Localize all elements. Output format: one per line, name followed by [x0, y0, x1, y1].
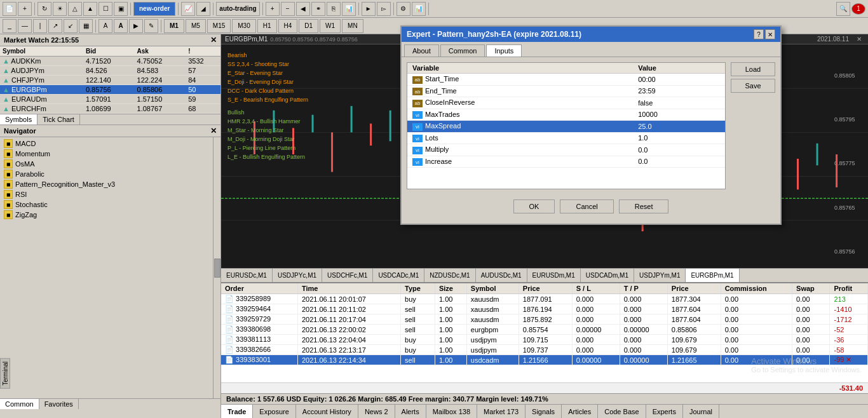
- load-btn[interactable]: Load: [731, 62, 775, 76]
- search-btn[interactable]: 🔍: [836, 2, 850, 16]
- text-btn[interactable]: A: [98, 19, 112, 33]
- zoom-in-btn[interactable]: +: [266, 2, 280, 16]
- bottom-tab[interactable]: Signals: [526, 405, 562, 418]
- crosshair-btn[interactable]: ⚭: [311, 2, 325, 16]
- fib-btn[interactable]: ▦: [79, 19, 93, 33]
- indicators-btn[interactable]: 📊: [342, 2, 356, 16]
- market-watch-close[interactable]: ✕: [210, 36, 217, 44]
- market-watch-row[interactable]: ▲ EURGBPm 0.85756 0.85806 50: [0, 85, 220, 95]
- bottom-tab[interactable]: Account History: [296, 405, 358, 418]
- toolbar-btn4[interactable]: △: [68, 2, 82, 16]
- navigator-item[interactable]: ◼Stochastic: [1, 199, 212, 210]
- trend-btn[interactable]: ↗: [48, 19, 62, 33]
- navigator-close[interactable]: ✕: [210, 126, 217, 135]
- scroll-btn[interactable]: ◀: [296, 2, 310, 16]
- order-row[interactable]: 📄 339259464 2021.06.11 20:11:02 sell 1.0…: [221, 304, 868, 314]
- bottom-tab[interactable]: Market 173: [477, 405, 526, 418]
- order-row[interactable]: 📄 339259729 2021.06.11 20:17:04 sell 1.0…: [221, 314, 868, 325]
- chart-tab[interactable]: NZDUSDc,M1: [424, 269, 475, 282]
- h1-btn[interactable]: H1: [257, 19, 277, 33]
- market-watch-toggle[interactable]: 📊: [412, 2, 426, 16]
- navigator-item[interactable]: ◼Parabolic: [1, 169, 212, 179]
- chart-tab[interactable]: USDCADm,M1: [581, 269, 634, 282]
- chart-btn1[interactable]: 📈: [181, 2, 195, 16]
- chart-close-btn[interactable]: ✕: [857, 36, 862, 43]
- bottom-tab[interactable]: News 2: [358, 405, 395, 418]
- vline-btn[interactable]: |: [33, 19, 47, 33]
- m5-btn[interactable]: M5: [186, 19, 206, 33]
- auto-trading-btn[interactable]: auto-trading: [216, 2, 259, 16]
- h4-btn[interactable]: H4: [278, 19, 298, 33]
- market-watch-row[interactable]: ▲ EURAUDm 1.57091 1.57150 59: [0, 95, 220, 104]
- nav-scrollbar[interactable]: [213, 137, 220, 398]
- toolbar-btn2[interactable]: ↻: [37, 2, 51, 16]
- modal-tab[interactable]: Inputs: [486, 44, 522, 57]
- variable-row[interactable]: viMaxTrades 10000: [407, 109, 725, 121]
- market-watch-row[interactable]: ▲ EURCHFm 1.08699 1.08767 68: [0, 104, 220, 114]
- chart-tab[interactable]: EURGBPm,M1: [686, 269, 739, 282]
- options-btn[interactable]: ⚙: [397, 2, 410, 16]
- new-order-toolbar-btn[interactable]: new-order: [133, 2, 175, 16]
- order-row[interactable]: 📄 339382666 2021.06.13 22:13:17 buy 1.00…: [221, 345, 868, 355]
- navigator-item[interactable]: ◼ZigZag: [1, 210, 212, 220]
- variable-row[interactable]: viMaxSpread 25.0: [407, 121, 725, 133]
- modal-tab[interactable]: About: [404, 44, 439, 57]
- variable-row[interactable]: viIncrease 0.0: [407, 156, 725, 168]
- variable-row[interactable]: abCloseInReverse false: [407, 97, 725, 109]
- chart-tab[interactable]: USDCHFc,M1: [322, 269, 373, 282]
- navigator-item[interactable]: ◼MACD: [1, 138, 212, 149]
- toolbar-btn5[interactable]: ▲: [83, 2, 97, 16]
- modal-tab[interactable]: Common: [440, 44, 485, 57]
- bottom-tab[interactable]: Trade: [221, 405, 253, 418]
- w1-btn[interactable]: W1: [320, 19, 341, 33]
- bottom-tab[interactable]: Exposure: [253, 405, 295, 418]
- m30-btn[interactable]: M30: [232, 19, 255, 33]
- terminal-side-button[interactable]: Terminal: [0, 358, 10, 389]
- chart-tab[interactable]: EURUSDc,M1: [221, 269, 273, 282]
- modal-help-btn[interactable]: ?: [754, 29, 764, 39]
- variable-table-container[interactable]: Variable Value abStart_Time 00:00 abEnd_…: [407, 62, 726, 189]
- order-row[interactable]: 📄 339381113 2021.06.13 22:04:04 buy 1.00…: [221, 335, 868, 345]
- navigator-item[interactable]: ◼Momentum: [1, 149, 212, 159]
- new-order-btn[interactable]: +: [18, 2, 32, 16]
- bold-btn[interactable]: A: [114, 19, 128, 33]
- order-row[interactable]: 📄 339258989 2021.06.11 20:01:07 buy 1.00…: [221, 294, 868, 304]
- bottom-tab[interactable]: Experts: [646, 405, 683, 418]
- period-btn[interactable]: ⎘: [327, 2, 341, 16]
- cancel-btn[interactable]: Cancel: [560, 199, 613, 213]
- variable-row[interactable]: viLots 1.0: [407, 132, 725, 144]
- variable-row[interactable]: abStart_Time 00:00: [407, 74, 725, 86]
- line-btn[interactable]: ⎯: [3, 19, 17, 33]
- tab-tick-chart[interactable]: Tick Chart: [37, 114, 80, 125]
- toolbar-btn6[interactable]: ☐: [98, 2, 112, 16]
- navigator-item[interactable]: ◼RSI: [1, 189, 212, 199]
- alert-btn[interactable]: 1: [851, 3, 865, 15]
- mn-btn[interactable]: MN: [342, 19, 363, 33]
- market-watch-row[interactable]: ▲ AUDKKm 4.71520 4.75052 3532: [0, 57, 220, 66]
- navigator-item[interactable]: ◼OsMA: [1, 159, 212, 169]
- terminal-btn2[interactable]: ▻: [377, 2, 391, 16]
- tab-favorites[interactable]: Favorites: [39, 399, 79, 409]
- d1-btn[interactable]: D1: [299, 19, 318, 33]
- chart-tab[interactable]: AUDUSDc,M1: [476, 269, 527, 282]
- reset-btn[interactable]: Reset: [619, 199, 669, 213]
- m15-btn[interactable]: M15: [207, 19, 231, 33]
- market-watch-row[interactable]: ▲ CHFJPYm 122.140 122.224 84: [0, 76, 220, 85]
- chart-tab[interactable]: USDCADc,M1: [373, 269, 424, 282]
- order-row[interactable]: 📄 339380698 2021.06.13 22:00:02 sell 1.0…: [221, 325, 868, 335]
- pencil-btn[interactable]: ✎: [144, 19, 158, 33]
- bottom-tab[interactable]: Journal: [683, 405, 719, 418]
- bottom-tab[interactable]: Mailbox 138: [426, 405, 477, 418]
- hline-btn[interactable]: —: [18, 19, 32, 33]
- order-row[interactable]: 📄 339383001 2021.06.13 22:14:34 sell 1.0…: [221, 355, 868, 365]
- market-watch-row[interactable]: ▲ AUDJPYm 84.526 84.583 57: [0, 66, 220, 76]
- chart-tab[interactable]: EURUSDm,M1: [527, 269, 581, 282]
- variable-row[interactable]: abEnd_Time 23:59: [407, 85, 725, 97]
- tab-symbols[interactable]: Symbols: [0, 114, 37, 125]
- arrow-btn[interactable]: ↙: [64, 19, 78, 33]
- orders-scroll[interactable]: OrderTimeTypeSizeSymbolPriceS / LT / PPr…: [221, 283, 868, 382]
- chart-btn2[interactable]: ◢: [196, 2, 210, 16]
- save-btn[interactable]: Save: [731, 79, 775, 93]
- cursor-btn[interactable]: ▶: [129, 19, 143, 33]
- toolbar-btn3[interactable]: ☀: [53, 2, 67, 16]
